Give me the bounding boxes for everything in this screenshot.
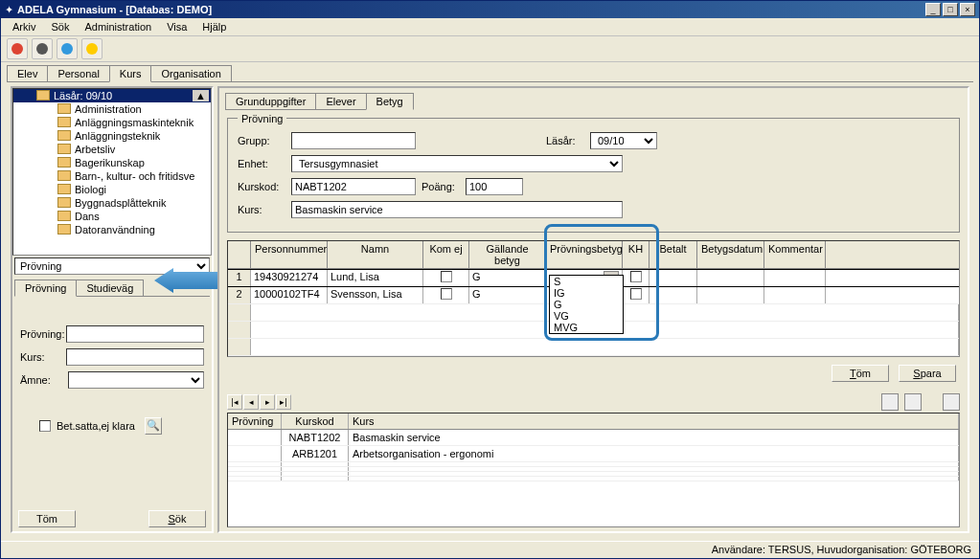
- provning-fieldset: Prövning Grupp: Läsår: 09/10 Enhet: Ters…: [227, 113, 960, 233]
- komej-checkbox[interactable]: [441, 288, 452, 300]
- maximize-button[interactable]: □: [943, 3, 958, 16]
- nav-last-button[interactable]: ▸|: [276, 394, 291, 410]
- menu-administration[interactable]: Administration: [77, 19, 159, 34]
- tree-item[interactable]: Anläggningsmaskinteknik: [13, 116, 211, 129]
- tree-view[interactable]: Läsår: 09/10 ▲ Administration Anläggning…: [12, 88, 212, 256]
- dropdown-opt[interactable]: S: [550, 276, 623, 287]
- tab-personal[interactable]: Personal: [47, 65, 109, 82]
- statusbar: Användare: TERSUS, Huvudorganisation: GÖ…: [1, 541, 979, 558]
- bet-checkbox[interactable]: [39, 420, 51, 432]
- lh-kurs[interactable]: Kurs: [349, 414, 959, 429]
- rtab-elever[interactable]: Elever: [315, 93, 366, 110]
- rtab-betyg[interactable]: Betyg: [366, 93, 414, 110]
- subtab-studievag[interactable]: Studieväg: [76, 280, 144, 297]
- info-button[interactable]: [57, 38, 78, 59]
- lbl-kurskod: Kurskod:: [238, 181, 285, 192]
- hdr-komej[interactable]: Kom ej: [423, 241, 469, 268]
- nav-prev-button[interactable]: ◂: [243, 394, 259, 410]
- nav-first-button[interactable]: |◂: [227, 394, 242, 410]
- subtab-provning[interactable]: Prövning: [14, 280, 77, 297]
- tree-item[interactable]: Bagerikunskap: [13, 156, 211, 169]
- menu-hjalp[interactable]: Hjälp: [194, 19, 234, 34]
- small-search-button[interactable]: 🔍: [145, 417, 162, 435]
- hdr-gbetyg[interactable]: Gällande betyg: [469, 241, 546, 268]
- left-tom-button[interactable]: Töm: [18, 510, 76, 527]
- menu-sok[interactable]: Sök: [43, 19, 77, 34]
- tab-elev[interactable]: Elev: [7, 65, 48, 82]
- minimize-button[interactable]: _: [925, 3, 941, 16]
- dropdown-opt[interactable]: VG: [550, 310, 623, 322]
- kursnamn-field[interactable]: [291, 201, 623, 218]
- lower-grid[interactable]: Prövning Kurskod Kurs NABT1202 Basmaskin…: [227, 413, 960, 527]
- status-text: Användare: TERSUS, Huvudorganisation: GÖ…: [712, 544, 971, 555]
- arrow-indicator-icon: [154, 268, 221, 293]
- lh-kod[interactable]: Kurskod: [282, 414, 349, 429]
- komej-checkbox[interactable]: [441, 271, 452, 282]
- tree-root[interactable]: Läsår: 09/10 ▲: [13, 89, 211, 102]
- enhet-select[interactable]: Tersusgymnasiet: [291, 155, 623, 172]
- svg-marker-0: [154, 268, 221, 293]
- tree-item[interactable]: Dans: [13, 210, 211, 223]
- left-panel: Läsår: 09/10 ▲ Administration Anläggning…: [11, 86, 214, 533]
- tab-kurs[interactable]: Kurs: [109, 65, 152, 82]
- pbetyg-dropdown[interactable]: S IG G VG MVG: [549, 275, 624, 334]
- nav-next-button[interactable]: ▸: [260, 394, 275, 410]
- tab-organisation[interactable]: Organisation: [150, 65, 231, 82]
- lower-section: |◂ ◂ ▸ ▸| Prövning Kurskod: [227, 393, 960, 527]
- menubar: Arkiv Sök Administration Visa Hjälp: [1, 18, 979, 35]
- lbl-amne: Ämne:: [20, 374, 68, 386]
- hdr-betalt[interactable]: Betalt: [650, 241, 697, 268]
- lbl-enhet: Enhet:: [238, 158, 285, 169]
- icon-btn-2[interactable]: [904, 393, 922, 411]
- menu-arkiv[interactable]: Arkiv: [5, 19, 43, 34]
- record-button[interactable]: [7, 38, 28, 59]
- left-sok-button[interactable]: Sök: [148, 510, 206, 527]
- tree-item[interactable]: Datoranvändning: [13, 223, 211, 236]
- rtab-grunduppgifter[interactable]: Grunduppgifter: [225, 93, 316, 110]
- lbl-kurs2: Kurs:: [238, 204, 285, 215]
- hdr-bdat[interactable]: Betygsdatum: [697, 241, 764, 268]
- lbl-poang: Poäng:: [422, 181, 460, 192]
- lbl-lasar: Läsår:: [546, 135, 584, 146]
- kh-checkbox[interactable]: [630, 288, 642, 300]
- lower-row[interactable]: ARB1201 Arbetsorganisation - ergonomi: [228, 446, 959, 462]
- close-button[interactable]: ×: [960, 3, 975, 16]
- tool-button-2[interactable]: [32, 38, 53, 59]
- lh-prov[interactable]: Prövning: [228, 414, 282, 429]
- kurs-field[interactable]: [66, 348, 204, 366]
- tree-item[interactable]: Arbetsliv: [13, 143, 211, 156]
- hdr-kh[interactable]: KH: [623, 241, 650, 268]
- help-button[interactable]: [81, 38, 103, 59]
- dropdown-opt[interactable]: MVG: [550, 322, 623, 333]
- tree-item[interactable]: Biologi: [13, 183, 211, 196]
- icon-btn-1[interactable]: [881, 393, 899, 411]
- lbl-grupp: Grupp:: [238, 135, 285, 146]
- tree-item[interactable]: Barn-, kultur- och fritidsve: [13, 169, 211, 183]
- lasar-select[interactable]: 09/10: [590, 132, 657, 149]
- hdr-pbetyg[interactable]: Prövningsbetyg: [546, 241, 623, 268]
- right-panel: Grunduppgifter Elever Betyg Prövning Gru…: [217, 86, 969, 533]
- grupp-field[interactable]: [291, 132, 416, 149]
- lower-row[interactable]: NABT1202 Basmaskin service: [228, 430, 959, 446]
- lbl-bet: Bet.satta,ej klara: [57, 420, 135, 432]
- tom-button[interactable]: Töm: [832, 365, 889, 382]
- main-tabs: Elev Personal Kurs Organisation: [1, 62, 979, 81]
- amne-select[interactable]: [68, 371, 204, 389]
- dropdown-opt[interactable]: IG: [550, 287, 623, 299]
- tree-item[interactable]: Byggnadsplåtteknik: [13, 196, 211, 210]
- tree-item[interactable]: Administration: [13, 102, 211, 116]
- tree-item[interactable]: Anläggningsteknik: [13, 129, 211, 143]
- spara-button[interactable]: Spara: [899, 365, 956, 382]
- poang-field[interactable]: [466, 178, 523, 195]
- kh-checkbox[interactable]: [630, 271, 642, 282]
- menu-visa[interactable]: Visa: [159, 19, 194, 34]
- dropdown-opt[interactable]: G: [550, 299, 623, 310]
- hdr-namn[interactable]: Namn: [328, 241, 423, 268]
- hdr-komm[interactable]: Kommentar: [764, 241, 826, 268]
- hdr-pnr[interactable]: Personnummer: [251, 241, 328, 268]
- kurskod-field[interactable]: [291, 178, 416, 195]
- icon-btn-3[interactable]: [943, 393, 960, 411]
- fieldset-legend: Prövning: [238, 113, 286, 124]
- provning-field[interactable]: [66, 325, 204, 343]
- lbl-provning: Prövning:: [20, 328, 66, 340]
